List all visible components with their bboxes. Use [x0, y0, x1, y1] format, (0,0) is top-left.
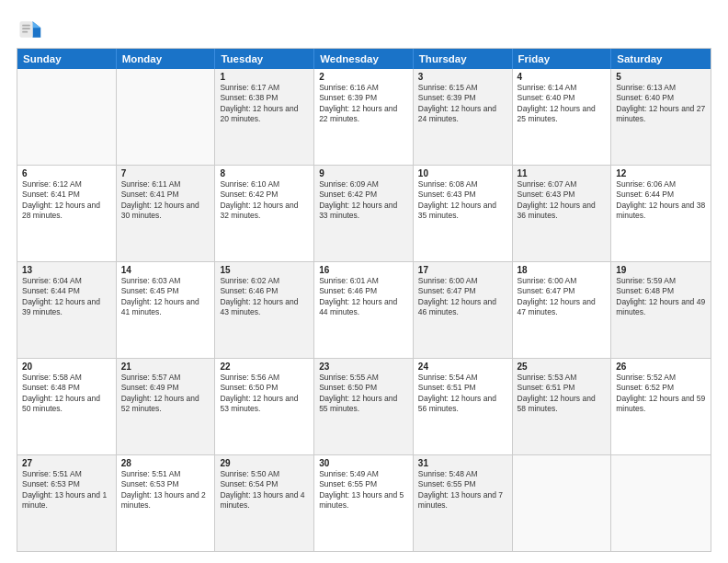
cal-cell-w4-d6: 25Sunrise: 5:53 AMSunset: 6:51 PMDayligh…	[513, 359, 612, 454]
daylight-text: Daylight: 12 hours and 35 minutes.	[418, 201, 507, 222]
calendar-header-row: SundayMondayTuesdayWednesdayThursdayFrid…	[17, 49, 711, 69]
day-number: 7	[121, 168, 210, 178]
cal-cell-w2-d5: 10Sunrise: 6:08 AMSunset: 6:43 PMDayligh…	[414, 166, 513, 261]
sunrise-text: Sunrise: 5:51 AM	[121, 469, 210, 479]
sunrise-text: Sunrise: 6:07 AM	[518, 179, 607, 190]
daylight-text: Daylight: 12 hours and 32 minutes.	[220, 201, 309, 222]
cal-cell-w5-d2: 28Sunrise: 5:51 AMSunset: 6:53 PMDayligh…	[117, 455, 216, 551]
sunset-text: Sunset: 6:49 PM	[121, 383, 210, 393]
sunset-text: Sunset: 6:55 PM	[319, 479, 408, 489]
cal-cell-w4-d5: 24Sunrise: 5:54 AMSunset: 6:51 PMDayligh…	[414, 359, 513, 454]
svg-rect-6	[22, 31, 28, 33]
daylight-text: Daylight: 12 hours and 33 minutes.	[319, 201, 408, 222]
daylight-text: Daylight: 12 hours and 27 minutes.	[616, 104, 706, 125]
sunset-text: Sunset: 6:44 PM	[22, 286, 111, 296]
day-number: 24	[418, 362, 507, 372]
day-number: 30	[319, 458, 408, 468]
sunset-text: Sunset: 6:48 PM	[22, 383, 111, 393]
cal-cell-w1-d5: 3Sunrise: 6:15 AMSunset: 6:39 PMDaylight…	[414, 69, 513, 165]
cal-cell-w2-d1: 6Sunrise: 6:12 AMSunset: 6:41 PMDaylight…	[17, 166, 117, 261]
sunset-text: Sunset: 6:44 PM	[616, 190, 706, 200]
day-number: 28	[121, 458, 210, 468]
header-day-saturday: Saturday	[611, 49, 711, 69]
day-number: 25	[518, 362, 607, 372]
svg-rect-5	[22, 28, 30, 29]
calendar: SundayMondayTuesdayWednesdayThursdayFrid…	[17, 48, 711, 552]
cal-cell-w5-d5: 31Sunrise: 5:48 AMSunset: 6:55 PMDayligh…	[414, 455, 513, 551]
day-number: 20	[22, 362, 111, 372]
week-row-3: 13Sunrise: 6:04 AMSunset: 6:44 PMDayligh…	[17, 262, 711, 359]
cal-cell-w1-d2	[117, 69, 216, 165]
cal-cell-w1-d7: 5Sunrise: 6:13 AMSunset: 6:40 PMDaylight…	[611, 69, 711, 165]
daylight-text: Daylight: 12 hours and 52 minutes.	[121, 394, 210, 415]
sunrise-text: Sunrise: 6:06 AM	[616, 179, 706, 190]
daylight-text: Daylight: 13 hours and 7 minutes.	[418, 490, 507, 511]
sunrise-text: Sunrise: 5:53 AM	[518, 373, 607, 383]
daylight-text: Daylight: 12 hours and 25 minutes.	[518, 104, 607, 125]
daylight-text: Daylight: 12 hours and 36 minutes.	[518, 201, 607, 222]
sunrise-text: Sunrise: 5:52 AM	[616, 373, 706, 383]
day-number: 6	[22, 168, 111, 178]
week-row-5: 27Sunrise: 5:51 AMSunset: 6:53 PMDayligh…	[17, 455, 711, 551]
sunset-text: Sunset: 6:41 PM	[121, 190, 210, 200]
day-number: 2	[319, 72, 408, 82]
daylight-text: Daylight: 13 hours and 1 minute.	[22, 490, 111, 511]
day-number: 23	[319, 362, 408, 372]
sunset-text: Sunset: 6:42 PM	[319, 190, 408, 200]
daylight-text: Daylight: 12 hours and 41 minutes.	[121, 297, 210, 318]
cal-cell-w5-d6	[513, 455, 612, 551]
cal-cell-w2-d2: 7Sunrise: 6:11 AMSunset: 6:41 PMDaylight…	[117, 166, 216, 261]
sunset-text: Sunset: 6:54 PM	[220, 479, 309, 489]
sunset-text: Sunset: 6:48 PM	[616, 286, 706, 296]
day-number: 1	[220, 72, 309, 82]
day-number: 11	[518, 168, 607, 178]
day-number: 16	[319, 265, 408, 275]
header	[17, 17, 711, 42]
cal-cell-w4-d7: 26Sunrise: 5:52 AMSunset: 6:52 PMDayligh…	[611, 359, 711, 454]
daylight-text: Daylight: 12 hours and 50 minutes.	[22, 394, 111, 415]
cal-cell-w3-d5: 17Sunrise: 6:00 AMSunset: 6:47 PMDayligh…	[414, 262, 513, 358]
cal-cell-w2-d4: 9Sunrise: 6:09 AMSunset: 6:42 PMDaylight…	[314, 166, 414, 261]
cal-cell-w1-d6: 4Sunrise: 6:14 AMSunset: 6:40 PMDaylight…	[513, 69, 612, 165]
cal-cell-w4-d1: 20Sunrise: 5:58 AMSunset: 6:48 PMDayligh…	[17, 359, 117, 454]
sunset-text: Sunset: 6:39 PM	[418, 93, 507, 103]
sunset-text: Sunset: 6:40 PM	[518, 93, 607, 103]
sunrise-text: Sunrise: 6:09 AM	[319, 179, 408, 190]
sunrise-text: Sunrise: 6:16 AM	[319, 83, 408, 93]
sunrise-text: Sunrise: 5:48 AM	[418, 469, 507, 479]
cal-cell-w2-d3: 8Sunrise: 6:10 AMSunset: 6:42 PMDaylight…	[215, 166, 314, 261]
sunrise-text: Sunrise: 6:10 AM	[220, 179, 309, 190]
sunset-text: Sunset: 6:47 PM	[518, 286, 607, 296]
week-row-1: 1Sunrise: 6:17 AMSunset: 6:38 PMDaylight…	[17, 69, 711, 166]
sunset-text: Sunset: 6:50 PM	[220, 383, 309, 393]
sunrise-text: Sunrise: 6:00 AM	[418, 276, 507, 286]
daylight-text: Daylight: 12 hours and 20 minutes.	[220, 104, 309, 125]
day-number: 22	[220, 362, 309, 372]
sunset-text: Sunset: 6:52 PM	[616, 383, 706, 393]
sunset-text: Sunset: 6:43 PM	[518, 190, 607, 200]
sunset-text: Sunset: 6:40 PM	[616, 93, 706, 103]
sunrise-text: Sunrise: 6:03 AM	[121, 276, 210, 286]
header-day-tuesday: Tuesday	[215, 49, 314, 69]
header-day-wednesday: Wednesday	[314, 49, 414, 69]
sunrise-text: Sunrise: 6:04 AM	[22, 276, 111, 286]
daylight-text: Daylight: 12 hours and 58 minutes.	[518, 394, 607, 415]
cal-cell-w5-d3: 29Sunrise: 5:50 AMSunset: 6:54 PMDayligh…	[215, 455, 314, 551]
cal-cell-w2-d7: 12Sunrise: 6:06 AMSunset: 6:44 PMDayligh…	[611, 166, 711, 261]
sunrise-text: Sunrise: 5:58 AM	[22, 373, 111, 383]
day-number: 26	[616, 362, 706, 372]
cal-cell-w5-d4: 30Sunrise: 5:49 AMSunset: 6:55 PMDayligh…	[314, 455, 414, 551]
sunrise-text: Sunrise: 5:54 AM	[418, 373, 507, 383]
daylight-text: Daylight: 12 hours and 43 minutes.	[220, 297, 309, 318]
daylight-text: Daylight: 12 hours and 46 minutes.	[418, 297, 507, 318]
cal-cell-w4-d2: 21Sunrise: 5:57 AMSunset: 6:49 PMDayligh…	[117, 359, 216, 454]
daylight-text: Daylight: 12 hours and 28 minutes.	[22, 201, 111, 222]
sunrise-text: Sunrise: 6:15 AM	[418, 83, 507, 93]
week-row-2: 6Sunrise: 6:12 AMSunset: 6:41 PMDaylight…	[17, 166, 711, 262]
cal-cell-w3-d6: 18Sunrise: 6:00 AMSunset: 6:47 PMDayligh…	[513, 262, 612, 358]
day-number: 21	[121, 362, 210, 372]
daylight-text: Daylight: 12 hours and 49 minutes.	[616, 297, 706, 318]
day-number: 29	[220, 458, 309, 468]
cal-cell-w2-d6: 11Sunrise: 6:07 AMSunset: 6:43 PMDayligh…	[513, 166, 612, 261]
day-number: 19	[616, 265, 706, 275]
